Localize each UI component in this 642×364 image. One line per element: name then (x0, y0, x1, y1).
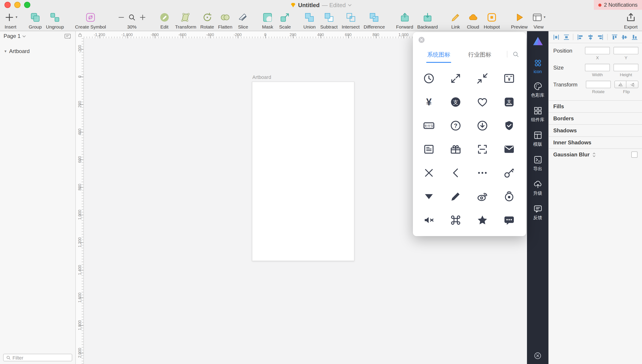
panel-icon-expand[interactable] (442, 66, 469, 90)
panel-icon-alipay-wordmark[interactable]: 支付宝 (415, 114, 442, 137)
toolbar-export-button[interactable]: Export (624, 11, 637, 30)
zoom-window-button[interactable] (24, 2, 30, 8)
section-borders[interactable]: Borders (549, 112, 642, 124)
panel-icon-mute[interactable] (415, 208, 442, 232)
toolbar-cloud-button[interactable]: Cloud (466, 11, 480, 30)
plugin-logo-icon[interactable] (532, 36, 544, 48)
panel-icon-shield-check[interactable] (496, 114, 522, 137)
panel-icon-pencil[interactable] (442, 184, 469, 208)
toolbar-rotate-button[interactable]: Rotate (200, 11, 214, 30)
distribute-vertical-icon[interactable] (563, 34, 569, 40)
panel-icon-alipay-circle[interactable]: 支 (442, 90, 469, 114)
panel-icon-gift[interactable] (442, 137, 469, 161)
panel-icon-clock[interactable] (415, 66, 442, 90)
artboard[interactable] (252, 82, 354, 261)
dock-item-icon-library[interactable]: icon (533, 58, 542, 74)
disclosure-triangle-icon[interactable]: ▾ (5, 49, 7, 54)
panel-icon-download-circle[interactable] (469, 114, 496, 137)
filter-input[interactable]: Filter (3, 354, 72, 361)
panel-icon-command[interactable] (442, 208, 469, 232)
panel-icon-caret-down[interactable] (415, 184, 442, 208)
search-icon[interactable] (512, 51, 519, 58)
dock-item-component-library[interactable]: 组件库 (531, 106, 544, 123)
page-list-icon[interactable] (64, 33, 72, 40)
panel-icon-comment-dots[interactable] (496, 208, 522, 232)
toolbar-subtract-button[interactable]: Subtract (320, 11, 338, 30)
toolbar-mask-button[interactable]: Mask (261, 11, 274, 30)
toolbar-difference-button[interactable]: Difference (364, 11, 385, 30)
section-shadows[interactable]: Shadows (549, 124, 642, 136)
panel-icon-chevron-left[interactable] (442, 161, 469, 184)
dock-item-color-library[interactable]: 色彩库 (531, 82, 544, 98)
vertical-ruler[interactable]: -20002004006008001,0001,2001,4001,6001,8… (76, 38, 84, 364)
gaussian-blur-checkbox[interactable] (631, 152, 637, 158)
align-right-icon[interactable] (597, 34, 604, 40)
zoom-out-button[interactable] (117, 13, 125, 21)
toolbar-group-button[interactable]: Group (29, 11, 42, 30)
panel-close-icon[interactable] (418, 36, 425, 44)
toolbar-hotspot-button[interactable]: Hotspot (484, 11, 500, 30)
notifications-badge[interactable]: 2 Notifications (594, 0, 642, 10)
tab-system-icons[interactable]: 系统图标 (427, 51, 450, 63)
tab-industry-icons[interactable]: 行业图标 (468, 51, 491, 63)
section-inner-shadows[interactable]: Inner Shadows (549, 136, 642, 148)
dock-item-templates[interactable]: 模版 (533, 130, 542, 148)
toolbar-flatten-button[interactable]: Flatten (218, 11, 232, 30)
page-selector[interactable]: Page 1 (0, 31, 75, 41)
align-bottom-icon[interactable] (631, 34, 638, 40)
dock-item-upgrade[interactable]: 升级 (533, 180, 542, 196)
distribute-horizontal-icon[interactable] (553, 34, 559, 40)
zoom-magnifier-icon[interactable] (128, 13, 136, 21)
align-left-icon[interactable] (577, 34, 583, 40)
lock-icon[interactable] (77, 32, 82, 37)
align-center-icon[interactable] (587, 34, 594, 40)
toolbar-ungroup-button[interactable]: Ungroup (46, 11, 64, 30)
panel-icon-juhuasuan[interactable] (496, 184, 522, 208)
panel-icon-key[interactable] (496, 161, 522, 184)
zoom-in-button[interactable] (139, 13, 147, 21)
title-chevron-icon[interactable] (348, 3, 352, 7)
panel-icon-close[interactable] (415, 161, 442, 184)
panel-icon-news[interactable] (415, 137, 442, 161)
panel-icon-scan[interactable] (469, 137, 496, 161)
close-window-button[interactable] (5, 2, 11, 8)
panel-icon-yuan[interactable]: ¥ (415, 90, 442, 114)
toolbar-view-button[interactable]: ▾View (532, 11, 545, 30)
panel-icon-heart[interactable] (469, 90, 496, 114)
toolbar-backward-button[interactable]: Backward (417, 11, 438, 30)
align-top-icon[interactable] (611, 34, 618, 40)
toolbar-transform-button[interactable]: Transform (175, 11, 196, 30)
panel-icon-mail[interactable] (496, 137, 522, 161)
position-x-input[interactable] (585, 47, 610, 54)
panel-icon-star[interactable] (469, 208, 496, 232)
artboard-title[interactable]: Artboard (252, 74, 271, 80)
flip-horizontal-button[interactable] (614, 81, 626, 88)
toolbar-union-button[interactable]: Union (303, 11, 316, 30)
width-input[interactable] (585, 64, 610, 71)
toolbar-slice-button[interactable]: Slice (237, 11, 250, 30)
flip-vertical-button[interactable] (626, 81, 638, 88)
dock-item-export[interactable]: 导出 (533, 155, 542, 172)
section-fills[interactable]: Fills (549, 100, 642, 112)
panel-icon-atm-card[interactable]: ¥ (496, 66, 522, 90)
toolbar-forward-button[interactable]: Forward (396, 11, 413, 30)
toolbar-scale-button[interactable]: Scale (278, 11, 292, 30)
panel-icon-alipay-badge[interactable]: 支 (496, 90, 522, 114)
panel-icon-ellipsis[interactable] (469, 161, 496, 184)
blur-type-stepper-icon[interactable] (592, 152, 596, 158)
align-middle-icon[interactable] (621, 34, 628, 40)
panel-icon-collapse[interactable] (469, 66, 496, 90)
toolbar-symbol-button[interactable]: Create Symbol (75, 11, 106, 30)
toolbar-insert-button[interactable]: ▾Insert (4, 11, 18, 30)
toolbar-link-button[interactable]: Link (449, 11, 462, 30)
minimize-window-button[interactable] (14, 2, 21, 8)
layer-item-artboard[interactable]: ▾ Artboard (0, 47, 75, 55)
dock-item-feedback[interactable]: 反馈 (533, 204, 542, 221)
toolbar-preview-button[interactable]: Preview (511, 11, 528, 30)
panel-icon-weibo[interactable] (469, 184, 496, 208)
toolbar-zoom-button[interactable]: 30% (117, 11, 147, 30)
height-input[interactable] (613, 64, 638, 71)
toolbar-edit-button[interactable]: Edit (158, 11, 171, 30)
toolbar-intersect-button[interactable]: Intersect (342, 11, 360, 30)
panel-icon-question-circle[interactable]: ? (442, 114, 469, 137)
